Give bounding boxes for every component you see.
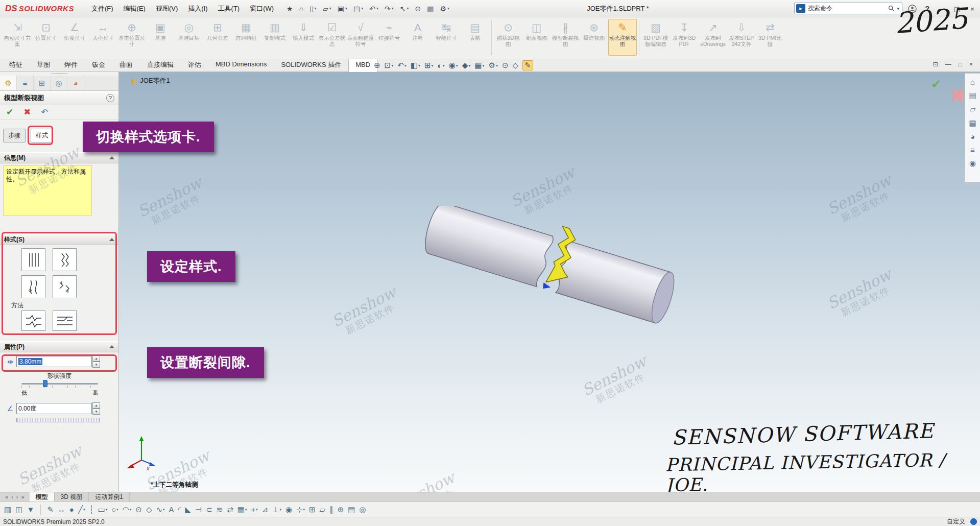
ribbon-tab-特征[interactable]: 特征 xyxy=(2,58,30,71)
ribbon-tab-草图[interactable]: 草图 xyxy=(30,58,57,71)
web-status-icon[interactable] xyxy=(970,518,977,525)
display-settings-icon[interactable]: ▦ xyxy=(424,4,436,14)
quick-snaps-icon[interactable]: ⊹▾ xyxy=(296,505,305,514)
displaymanager-tab-icon[interactable]: ◕ xyxy=(67,76,84,90)
centerline-icon[interactable]: ┆ xyxy=(89,505,93,514)
panel-splitter-handle[interactable] xyxy=(0,72,118,76)
spin-up-icon[interactable]: ▲ xyxy=(92,402,100,409)
trim-entities-icon[interactable]: ⊣ xyxy=(195,505,202,514)
doc-maximize-icon[interactable]: □ xyxy=(959,61,962,68)
sketch-icon[interactable]: ✎ xyxy=(47,505,54,514)
resources-home-icon[interactable]: ⌂ xyxy=(970,78,975,86)
screen-display-icon[interactable]: ▥ xyxy=(4,505,11,514)
ribbon-tab-曲面[interactable]: 曲面 xyxy=(112,58,140,71)
file-explorer-icon[interactable]: ▱ xyxy=(970,105,976,114)
reference-plane-icon[interactable]: ▱ xyxy=(320,505,326,514)
view-palette-icon[interactable]: ▦ xyxy=(969,118,976,128)
grid-system-icon[interactable]: ⊞ xyxy=(309,505,316,514)
ribbon-tab-solidworks-插件[interactable]: SOLIDWORKS 插件 xyxy=(274,58,348,71)
pane-layout-icon[interactable]: ◫ xyxy=(15,505,22,514)
display-style-icon[interactable]: ◐▾ xyxy=(438,61,445,70)
corner-rectangle-icon[interactable]: ▭▾ xyxy=(98,505,107,514)
doc-minimize-icon[interactable]: — xyxy=(945,61,951,68)
spin-down-icon[interactable]: ▼ xyxy=(92,362,100,368)
pm-properties-section-header[interactable]: 属性(P) xyxy=(0,341,118,352)
cylinder-left-half[interactable] xyxy=(421,206,555,288)
annotation-view-icon[interactable]: ⊞▾ xyxy=(424,61,434,70)
save-icon[interactable]: ▣▾ xyxy=(335,4,350,14)
display-relations-icon[interactable]: ◉ xyxy=(285,505,292,514)
select-icon[interactable]: ↖▾ xyxy=(397,4,412,14)
configurationmanager-tab-icon[interactable]: ⊞ xyxy=(34,76,51,90)
apply-scene-icon[interactable]: ▦▾ xyxy=(474,61,484,70)
search-scope-icon[interactable]: ▸ xyxy=(796,4,805,13)
measure-icon[interactable]: ⊿ xyxy=(262,505,269,514)
open-icon[interactable]: ▱▾ xyxy=(320,4,334,14)
camera-icon[interactable]: ⊙ xyxy=(502,61,509,70)
home-icon[interactable]: ⌂ xyxy=(297,4,306,14)
line-icon[interactable]: ╱▾ xyxy=(78,505,85,514)
ribbon-tab-直接编辑[interactable]: 直接编辑 xyxy=(140,58,181,71)
new-document-icon[interactable]: ▯▾ xyxy=(307,4,319,14)
pm-info-section-header[interactable]: 信息(M) xyxy=(0,152,118,163)
doc-tab-模型[interactable]: 模型 xyxy=(30,492,55,501)
zoom-area-icon[interactable]: ⊡▾ xyxy=(385,61,394,70)
tabs-scroll-prev-icon[interactable]: ‹ xyxy=(11,494,13,500)
pm-undo-button[interactable]: ↶ xyxy=(41,107,48,117)
pm-tab-steps[interactable]: 步骤 xyxy=(3,129,26,142)
dynamic-annotation-views-button[interactable]: ✎动态注解视图 xyxy=(608,19,637,56)
ribbon-tab-钣金[interactable]: 钣金 xyxy=(85,58,112,71)
point-icon[interactable]: ● xyxy=(69,505,74,514)
menu-item-0[interactable]: 文件(F) xyxy=(86,2,118,15)
pin-menubar-icon[interactable]: ★ xyxy=(284,4,296,14)
forum-icon[interactable]: ◉ xyxy=(969,159,976,168)
ellipse-icon[interactable]: ⊙ xyxy=(135,505,142,514)
options-icon[interactable]: ⚙▾ xyxy=(437,4,452,14)
convert-entities-icon[interactable]: ⊂ xyxy=(206,505,212,514)
coordinate-system-icon[interactable]: ⊕ xyxy=(338,505,344,514)
ribbon-tab-焊件[interactable]: 焊件 xyxy=(57,58,85,71)
propertymanager-tab-icon[interactable]: ⚙ xyxy=(0,76,17,90)
mirror-entities-icon[interactable]: ⇄ xyxy=(227,505,233,514)
spline-icon[interactable]: ∿▾ xyxy=(156,505,164,514)
move-entities-icon[interactable]: +▾ xyxy=(251,505,257,514)
break-angle-input[interactable]: 0.00度 xyxy=(16,403,92,414)
doc-close-icon[interactable]: × xyxy=(969,61,973,68)
pm-style-section-header[interactable]: 样式(S) xyxy=(0,234,118,245)
spin-down-icon[interactable]: ▼ xyxy=(92,409,100,415)
doc-restore-icon[interactable]: ⊡ xyxy=(933,61,938,68)
edit-appearance-icon[interactable]: ◆▾ xyxy=(462,61,471,70)
design-library-icon[interactable]: ▤ xyxy=(969,91,976,100)
search-input[interactable]: ▸ 搜索命令 ▾ xyxy=(794,3,902,14)
hide-show-items-icon[interactable]: ◉▾ xyxy=(449,61,458,70)
feature-tree-root[interactable]: ◧ JOE零件1 xyxy=(131,76,170,85)
ribbon-tab-mbd-dimensions[interactable]: MBD Dimensions xyxy=(208,58,274,71)
chamfer-icon[interactable]: ◣ xyxy=(185,505,191,514)
undo-icon[interactable]: ↶▾ xyxy=(367,4,381,14)
plane-display-icon[interactable]: ◇ xyxy=(513,61,519,70)
polygon-icon[interactable]: ◇ xyxy=(146,505,152,514)
style-zigzag-cut-button[interactable] xyxy=(53,248,77,271)
method-straight-button[interactable] xyxy=(53,310,77,331)
view-settings-icon[interactable]: ⚙▾ xyxy=(489,61,498,70)
method-zigzag-button[interactable] xyxy=(21,310,45,331)
print-icon[interactable]: ▤▾ xyxy=(351,4,366,14)
style-s-curve-cut-button[interactable] xyxy=(21,275,45,298)
menu-item-3[interactable]: 插入(I) xyxy=(183,2,212,15)
slider-thumb[interactable] xyxy=(43,380,47,387)
ribbon-tab-评估[interactable]: 评估 xyxy=(181,58,208,71)
arc-icon[interactable]: ◠▾ xyxy=(123,505,132,514)
customize-label[interactable]: 自定义 xyxy=(947,517,965,526)
tabs-scroll-next-icon[interactable]: › xyxy=(16,494,18,500)
circle-icon[interactable]: ○▾ xyxy=(111,505,118,514)
menu-item-5[interactable]: 窗口(W) xyxy=(245,2,279,15)
redo-icon[interactable]: ↷▾ xyxy=(382,4,396,14)
balloon-icon[interactable]: ◎ xyxy=(359,505,366,514)
pm-help-icon[interactable]: ? xyxy=(106,94,114,102)
fillet-icon[interactable]: ◜ xyxy=(178,505,181,514)
ribbon-tab-mbd[interactable]: MBD xyxy=(348,58,377,72)
attachments-icon[interactable]: ⊙ xyxy=(412,4,423,14)
spin-up-icon[interactable]: ▲ xyxy=(92,355,100,362)
note-annotation-icon[interactable]: ▤ xyxy=(348,505,355,514)
custom-properties-icon[interactable]: ≡ xyxy=(970,146,975,154)
